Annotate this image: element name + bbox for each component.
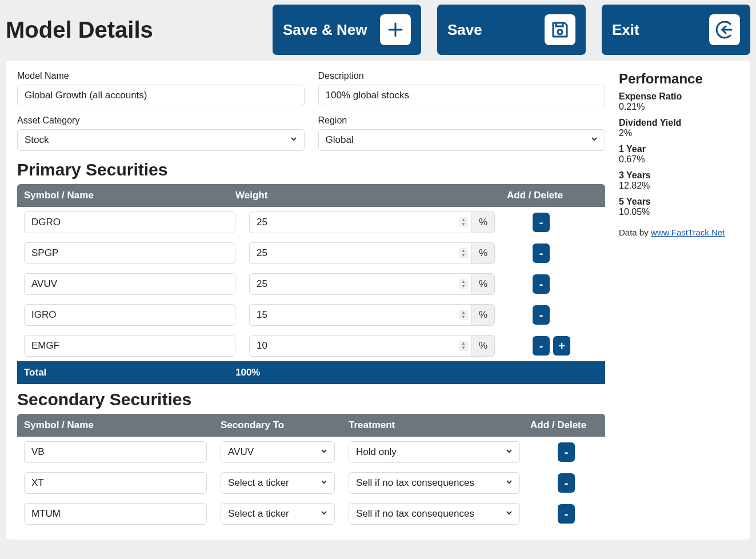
exit-button[interactable]: Exit [602, 5, 750, 55]
primary-weight-input[interactable] [249, 242, 471, 264]
primary-weight-input[interactable] [249, 304, 471, 326]
primary-symbol-input[interactable] [24, 211, 235, 233]
primary-row: ▲▼%- [17, 300, 605, 330]
primary-symbol-input[interactable] [24, 242, 235, 264]
performance-heading: Performance [619, 71, 739, 87]
secondary-symbol-input[interactable] [24, 441, 207, 463]
secondary-header-action: Add / Delete [530, 420, 599, 431]
save-disk-icon [545, 14, 575, 45]
secondary-row: AVUVHold only- [17, 437, 605, 468]
performance-value: 0.21% [619, 102, 739, 112]
secondary-row: Select a tickerSell if no tax consequenc… [17, 498, 605, 529]
primary-symbol-input[interactable] [24, 273, 235, 295]
performance-label: 1 Year [619, 144, 739, 154]
performance-label: 5 Years [619, 197, 739, 207]
treatment-select[interactable]: Sell if no tax consequences [349, 472, 520, 494]
percent-addon: % [471, 335, 495, 357]
model-name-input[interactable] [17, 85, 305, 106]
save-button[interactable]: Save [437, 5, 586, 55]
svg-point-2 [558, 30, 562, 34]
primary-row: ▲▼%-+ [17, 330, 605, 361]
delete-row-button[interactable]: - [533, 243, 550, 263]
page-title: Model Details [6, 17, 165, 43]
primary-header-action: Add / Delete [507, 190, 598, 201]
performance-label: Expense Ratio [619, 91, 739, 102]
weight-stepper[interactable]: ▲▼ [459, 341, 468, 351]
asset-category-select[interactable]: Stock [17, 129, 305, 151]
secondary-symbol-input[interactable] [24, 472, 207, 494]
weight-stepper[interactable]: ▲▼ [459, 248, 468, 258]
delete-row-button[interactable]: - [533, 274, 550, 294]
treatment-select[interactable]: Hold only [349, 441, 520, 463]
performance-label: Dividend Yield [619, 118, 739, 128]
performance-item: Expense Ratio0.21% [619, 91, 739, 112]
data-by-link[interactable]: www.FastTrack.Net [651, 227, 725, 237]
save-and-new-button[interactable]: Save & New [273, 5, 421, 55]
region-select[interactable]: Global [318, 129, 606, 151]
performance-value: 2% [619, 128, 739, 138]
secondary-to-select[interactable]: Select a ticker [221, 503, 335, 525]
secondary-securities-heading: Secondary Securities [17, 390, 605, 409]
secondary-row: Select a tickerSell if no tax consequenc… [17, 468, 605, 498]
secondary-to-select[interactable]: Select a ticker [221, 472, 335, 494]
primary-symbol-input[interactable] [24, 304, 235, 326]
performance-item: Dividend Yield2% [619, 118, 739, 138]
delete-row-button[interactable]: - [558, 504, 575, 524]
primary-weight-input[interactable] [249, 273, 471, 295]
exit-arrow-icon [709, 14, 740, 45]
data-by-prefix: Data by [619, 227, 651, 237]
percent-addon: % [471, 211, 495, 233]
treatment-select[interactable]: Sell if no tax consequences [349, 503, 520, 525]
performance-item: 5 Years10.05% [619, 197, 739, 217]
secondary-header-symbol: Symbol / Name [24, 420, 207, 431]
delete-row-button[interactable]: - [533, 305, 550, 325]
performance-label: 3 Years [619, 170, 739, 181]
primary-total-value: 100% [235, 367, 481, 378]
exit-label: Exit [612, 21, 639, 39]
primary-row: ▲▼%- [17, 207, 605, 238]
weight-stepper[interactable]: ▲▼ [459, 217, 468, 227]
primary-weight-input[interactable] [249, 211, 471, 233]
save-label: Save [447, 21, 482, 39]
add-row-button[interactable]: + [553, 336, 570, 356]
asset-category-label: Asset Category [17, 115, 305, 126]
description-input[interactable] [318, 85, 606, 106]
secondary-header-secondary-to: Secondary To [221, 420, 335, 431]
percent-addon: % [471, 304, 495, 326]
save-and-new-label: Save & New [283, 21, 367, 39]
delete-row-button[interactable]: - [533, 336, 550, 356]
primary-header-weight: Weight [235, 190, 481, 201]
performance-value: 10.05% [619, 207, 739, 217]
model-name-label: Model Name [17, 71, 305, 81]
primary-securities-heading: Primary Securities [17, 160, 605, 179]
weight-stepper[interactable]: ▲▼ [459, 310, 468, 320]
primary-symbol-input[interactable] [24, 335, 235, 357]
primary-weight-input[interactable] [249, 335, 471, 357]
primary-total-label: Total [24, 367, 235, 378]
delete-row-button[interactable]: - [558, 442, 575, 462]
secondary-to-select[interactable]: AVUV [221, 441, 335, 463]
delete-row-button[interactable]: - [558, 473, 575, 493]
primary-row: ▲▼%- [17, 238, 605, 269]
percent-addon: % [471, 242, 495, 264]
performance-value: 0.67% [619, 154, 739, 165]
plus-square-icon [380, 14, 411, 45]
weight-stepper[interactable]: ▲▼ [459, 279, 468, 289]
secondary-symbol-input[interactable] [24, 503, 207, 525]
description-label: Description [318, 71, 606, 81]
percent-addon: % [471, 273, 495, 295]
primary-row: ▲▼%- [17, 269, 605, 300]
secondary-header-treatment: Treatment [349, 420, 520, 431]
performance-item: 3 Years12.82% [619, 170, 739, 191]
primary-header-symbol: Symbol / Name [24, 190, 235, 201]
delete-row-button[interactable]: - [533, 213, 550, 232]
performance-value: 12.82% [619, 181, 739, 191]
performance-item: 1 Year0.67% [619, 144, 739, 165]
region-label: Region [318, 115, 606, 126]
